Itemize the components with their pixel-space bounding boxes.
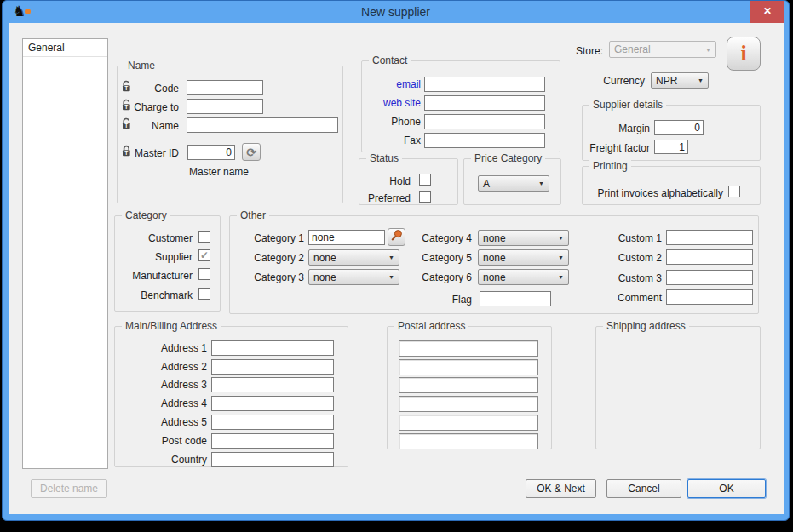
postal-line2-input[interactable] xyxy=(399,359,538,375)
contact-group: Contact email web site Phone Fax xyxy=(361,60,560,152)
postal-line3-input[interactable] xyxy=(399,377,538,393)
close-button[interactable]: ✕ xyxy=(750,1,784,23)
custom1-input[interactable] xyxy=(666,230,753,245)
address5-label: Address 5 xyxy=(128,416,207,428)
chevron-down-icon: ▼ xyxy=(538,180,544,186)
currency-label: Currency xyxy=(594,75,645,87)
preferred-checkbox[interactable]: ✓ xyxy=(419,191,431,203)
country-input[interactable] xyxy=(211,452,334,467)
category6-select[interactable]: none ▼ xyxy=(478,269,569,285)
fax-label: Fax xyxy=(366,134,421,146)
postal-line1-input[interactable] xyxy=(399,340,538,357)
title-bar[interactable]: ♞ New supplier ✕ xyxy=(3,1,789,23)
shipping-address-title: Shipping address xyxy=(603,320,689,332)
category1-input[interactable] xyxy=(308,230,385,245)
svg-text:T: T xyxy=(124,150,128,156)
chevron-down-icon: ▼ xyxy=(705,47,711,53)
fax-input[interactable] xyxy=(424,133,545,148)
email-label[interactable]: email xyxy=(366,78,421,90)
post-code-input[interactable] xyxy=(211,433,334,449)
tab-general[interactable]: General xyxy=(23,39,107,57)
price-category-select[interactable]: A ▼ xyxy=(478,175,549,192)
flag-input[interactable] xyxy=(480,291,551,306)
sync-master-button[interactable]: ⟳ xyxy=(242,143,261,161)
margin-input[interactable] xyxy=(654,120,704,135)
address3-input[interactable] xyxy=(211,377,334,392)
category6-value: none xyxy=(483,272,506,283)
postal-line4-input[interactable] xyxy=(399,396,538,412)
phone-input[interactable] xyxy=(424,114,545,129)
print-invoices-checkbox[interactable]: ✓ xyxy=(728,186,740,197)
address5-input[interactable] xyxy=(211,415,334,430)
magnifier-icon xyxy=(390,229,403,245)
freight-factor-input[interactable] xyxy=(654,140,688,154)
info-icon: i xyxy=(740,41,746,66)
custom2-input[interactable] xyxy=(666,249,753,265)
new-supplier-dialog: ♞ New supplier ✕ General Name T Code T C… xyxy=(2,0,790,521)
category3-select[interactable]: none ▼ xyxy=(308,269,399,285)
name-label: Name xyxy=(131,120,179,132)
chevron-down-icon: ▼ xyxy=(388,274,394,280)
postal-line5-input[interactable] xyxy=(399,415,538,431)
manufacturer-checkbox[interactable]: ✓ xyxy=(198,268,210,280)
shipping-address-group: Shipping address xyxy=(595,326,761,449)
category1-search-button[interactable] xyxy=(388,228,405,246)
comment-label: Comment xyxy=(605,292,662,304)
category3-value: none xyxy=(313,272,336,283)
category-group-title: Category xyxy=(122,209,170,221)
master-name-label: Master name xyxy=(189,166,249,178)
master-id-input[interactable] xyxy=(187,145,235,160)
ok-button[interactable]: OK xyxy=(687,479,766,498)
status-group-title: Status xyxy=(366,152,402,164)
status-group: Status Hold ✓ Preferred ✓ xyxy=(359,158,458,205)
supplier-details-group: Supplier details Margin Freight factor xyxy=(582,105,761,161)
customer-checkbox[interactable]: ✓ xyxy=(198,231,210,243)
print-invoices-label: Print invoices alphabetically xyxy=(591,187,723,199)
chevron-down-icon: ▼ xyxy=(698,77,704,83)
code-input[interactable] xyxy=(187,80,263,95)
category4-select[interactable]: none ▼ xyxy=(478,230,569,246)
billing-address-title: Main/Billing Address xyxy=(122,320,221,332)
address2-input[interactable] xyxy=(211,359,334,375)
chevron-down-icon: ▼ xyxy=(558,274,564,280)
comment-input[interactable] xyxy=(666,289,753,305)
preferred-label: Preferred xyxy=(359,192,411,204)
manufacturer-label: Manufacturer xyxy=(120,270,193,282)
category-group: Category Customer ✓ Supplier ✓ Manufactu… xyxy=(114,215,221,312)
category5-select[interactable]: none ▼ xyxy=(478,249,569,266)
address1-label: Address 1 xyxy=(128,342,207,354)
post-code-label: Post code xyxy=(128,435,207,447)
price-category-group: Price Category A ▼ xyxy=(463,158,561,205)
tab-list: General xyxy=(22,38,108,469)
cancel-button[interactable]: Cancel xyxy=(606,479,681,498)
svg-text:T: T xyxy=(124,104,128,110)
store-select: General ▼ xyxy=(609,41,716,58)
contact-group-title: Contact xyxy=(369,54,411,66)
billing-address-group: Main/Billing Address Address 1 Address 2… xyxy=(114,326,348,467)
category2-select[interactable]: none ▼ xyxy=(308,249,399,266)
custom3-input[interactable] xyxy=(666,270,753,285)
web-site-input[interactable] xyxy=(424,95,545,111)
email-input[interactable] xyxy=(424,77,545,92)
window-title: New supplier xyxy=(3,1,789,23)
ok-next-button[interactable]: OK & Next xyxy=(526,479,596,498)
name-group-title: Name xyxy=(124,60,158,72)
address4-input[interactable] xyxy=(211,396,334,411)
charge-to-input[interactable] xyxy=(187,99,263,114)
name-input[interactable] xyxy=(187,117,338,133)
supplier-checkbox[interactable]: ✓ xyxy=(198,249,210,261)
freight-factor-label: Freight factor xyxy=(585,142,650,154)
web-site-label[interactable]: web site xyxy=(366,97,421,109)
benchmark-checkbox[interactable]: ✓ xyxy=(198,288,210,300)
svg-text:T: T xyxy=(124,123,128,129)
other-group-title: Other xyxy=(237,209,269,221)
store-value: General xyxy=(614,43,651,55)
postal-line6-input[interactable] xyxy=(399,433,538,449)
info-button[interactable]: i xyxy=(727,37,761,71)
category1-label: Category 1 xyxy=(247,232,304,244)
currency-select[interactable]: NPR ▼ xyxy=(651,72,709,89)
hold-checkbox[interactable]: ✓ xyxy=(419,174,431,186)
custom2-label: Custom 2 xyxy=(605,252,662,264)
address1-input[interactable] xyxy=(211,340,334,356)
chevron-down-icon: ▼ xyxy=(558,255,564,260)
